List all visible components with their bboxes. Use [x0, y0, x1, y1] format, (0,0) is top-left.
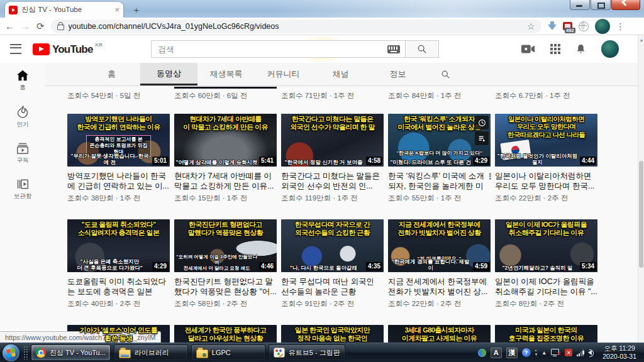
keyboard-icon[interactable] — [387, 45, 400, 53]
video-card[interactable]: 미국과 일본이 한국의 호구력을 집중조명한 이유 — [495, 325, 597, 343]
video-title[interactable]: 한국진단키트 형편없다고 말했다가 역풍맞은 현상황 "어... — [174, 277, 277, 297]
scrollbar-up-icon[interactable]: ▲ — [639, 38, 644, 42]
video-title[interactable]: 일본이나 이탈리아처럼하면 우리도 모두 망한다며 한국... — [495, 171, 597, 192]
video-card[interactable]: 기아가 '셀토스'이어 인도를 휩쓴 동생 — [67, 325, 170, 343]
video-thumbnail[interactable]: 한국진단키트 형편없다고 말했다가 역풍맞은 현상황 "오히려 어떻게 이걸 3… — [174, 219, 277, 272]
ime-options-icon[interactable]: ▪▾ — [535, 349, 538, 356]
youtube-logo[interactable]: YouTube KR — [33, 43, 103, 55]
minimize-button[interactable] — [570, 0, 590, 10]
volume-icon[interactable] — [588, 350, 592, 355]
video-card[interactable]: 일본 한국인 입국막았지만 정작 마음속 없는 한국인 — [281, 325, 384, 343]
video-title[interactable]: 지금 전세계에서 한국정부에 전화가 빗발치자 벌어진 상... — [388, 277, 491, 297]
search-box[interactable] — [151, 40, 405, 58]
add-to-queue-icon[interactable] — [475, 131, 489, 145]
video-thumbnail[interactable]: 일본이 이제 IOC가 올림픽을 취소해주길 기다리는 이유 "2년연기해달라고… — [495, 219, 597, 272]
download-icon[interactable] — [548, 25, 557, 30]
sidebar-item-library[interactable]: 보관함 — [0, 172, 45, 207]
notifications-bell-icon[interactable] — [575, 43, 586, 55]
taskbar-clock[interactable]: 오후 11:29 2020-03-31 — [599, 344, 640, 361]
video-title[interactable]: 도쿄올림픽 이미 취소되었다는 보도에 충격먹은 일본 — [67, 277, 170, 297]
video-card[interactable]: 3세대 G80출시되자마자 이게차팔고 사게되는 이유 — [388, 325, 491, 343]
tab-close-icon[interactable]: × — [114, 6, 119, 14]
video-menu-icon[interactable]: ⋮ — [486, 172, 494, 181]
create-video-icon[interactable] — [521, 44, 535, 54]
video-thumbnail[interactable]: 지금 전세계에서 한국정부에 전화가 빗발치자 벌어진 상황 "저 마크롱인데요… — [388, 219, 491, 272]
maximize-button[interactable] — [591, 0, 611, 10]
account-avatar[interactable] — [601, 40, 619, 58]
ime-hanja-icon[interactable]: 漢 — [506, 348, 518, 358]
forward-icon[interactable]: → — [21, 21, 30, 31]
reload-icon[interactable]: ⟳ — [36, 21, 45, 31]
extension-icon[interactable]: 492 — [563, 22, 572, 30]
taskbar-item-explorer[interactable]: 라이브러리 — [114, 344, 188, 361]
browser-tab[interactable]: 진심 TV - YouTube × — [5, 2, 123, 18]
channel-search-button[interactable] — [426, 63, 464, 85]
ime-latin-icon[interactable]: A — [491, 348, 502, 358]
video-card[interactable]: 지금 전세계에서 한국정부에 전화가 빗발치자 벌어진 상황 "저 마크롱인데요… — [388, 219, 491, 309]
sidebar-item-trending[interactable]: 인기 — [0, 99, 45, 136]
tab-about[interactable]: 정보 — [369, 63, 426, 85]
browser-profile-avatar[interactable] — [595, 19, 610, 34]
watch-later-icon[interactable] — [475, 116, 489, 129]
video-title[interactable]: 현대차가 7세대 아반떼를 이 막물고 쇼킹하게 만든 이유... — [174, 171, 277, 192]
video-card[interactable]: 일본이나 이탈리아처럼하면 우리도 모두 망한다며 한국따르겠다고 나선 나라들… — [495, 114, 597, 203]
sidebar-item-subscriptions[interactable]: 구독 — [0, 136, 45, 172]
start-button[interactable] — [3, 344, 19, 361]
back-icon[interactable]: ← — [5, 21, 14, 31]
language-globe-icon[interactable] — [478, 349, 486, 357]
video-card[interactable]: 현대차가 7세대 아반떼를 이 막물고 쇼킹하게 만든 이유 "어떻게 삼각떼를… — [174, 114, 277, 203]
tab-community[interactable]: 커뮤니티 — [255, 63, 312, 85]
tab-playlists[interactable]: 재생목록 — [197, 63, 255, 85]
new-tab-button[interactable]: + — [128, 3, 145, 16]
page-scrollbar[interactable]: ▲ — [638, 35, 644, 343]
video-thumbnail[interactable]: "도쿄 올림픽 취소되었다" 소식알려지자 충격먹은 일본 "사실을 은폐 축소… — [67, 219, 170, 272]
video-title[interactable]: 방역포기했던 나라들이 한국에 긴급히 연락하고 있는 이... — [67, 171, 170, 192]
network-status-icon[interactable]: ✕ — [551, 349, 560, 356]
tab-home[interactable]: 홈 — [83, 63, 140, 85]
sidebar-item-home[interactable]: 홈 — [0, 63, 45, 99]
address-bar[interactable]: youtube.com/channel/UCVsJ4ra_01ygNeLoGc9… — [51, 19, 541, 33]
video-card[interactable]: 한국간다고 미쳤다는 말들은 외국인 선수가 약올리며 한 말 "한국에서 정말… — [281, 114, 384, 203]
browser-menu-icon[interactable]: ⋮ — [616, 21, 625, 31]
video-thumbnail[interactable]: 3세대 G80출시되자마자 이게차팔고 사게되는 이유 — [388, 325, 491, 343]
search-button[interactable] — [405, 40, 439, 58]
tab-channels[interactable]: 채널 — [312, 63, 369, 85]
search-input[interactable] — [157, 44, 387, 55]
device-error-icon[interactable]: ✕ — [565, 349, 572, 356]
bookmark-star-icon[interactable]: ☆ — [527, 21, 535, 31]
tray-expand-icon[interactable]: ▲ — [541, 350, 547, 356]
video-thumbnail[interactable]: 한국 '워킹스루' 소개되자 미국에서 벌어진 놀라운 상황 "한국은 K팝보다… — [388, 114, 491, 167]
video-title[interactable]: 한국 '워킹스루' 미국에 소개되자, 한국인을 놀라게한 미국... — [388, 171, 491, 192]
taskbar-item-chrome[interactable]: 진심 TV - YouTu... — [31, 344, 111, 361]
globe-extension-icon[interactable] — [579, 21, 589, 31]
video-thumbnail[interactable]: 전세계가 한국만 풍부하다고 달라고 아우성치는 현상황 — [174, 325, 277, 343]
url-text[interactable]: youtube.com/channel/UCVsJ4ra_01ygNeLoGc9… — [69, 22, 523, 31]
video-card[interactable]: 전세계가 한국만 풍부하다고 달라고 아우성치는 현상황 — [174, 325, 277, 343]
video-card[interactable]: 일본이 이제 IOC가 올림픽을 취소해주길 기다리는 이유 "2년연기해달라고… — [495, 219, 597, 309]
video-card[interactable]: "도쿄 올림픽 취소되었다" 소식알려지자 충격먹은 일본 "사실을 은폐 축소… — [67, 219, 170, 309]
video-thumbnail[interactable]: 한국간다고 미쳤다는 말들은 외국인 선수가 약올리며 한 말 "한국에서 정말… — [281, 114, 384, 167]
video-thumbnail[interactable]: 한국무섭다며 자국으로 간 외국선수들의 쇼킹한 근황 "나, 다시 한국으로 … — [281, 219, 384, 272]
video-thumbnail[interactable]: 현대차가 7세대 아반떼를 이 막물고 쇼킹하게 만든 이유 "어떻게 삼각떼를… — [174, 114, 277, 167]
video-card[interactable]: 한국 '워킹스루' 소개되자 미국에서 벌어진 놀라운 상황 "한국은 K팝보다… — [388, 114, 491, 203]
video-title[interactable]: 일본이 이제 IOC가 올림픽을 취소해주길 기다리는 이유 "... — [495, 277, 597, 297]
taskbar-item-lgpc-folder[interactable]: LGPC — [191, 344, 265, 361]
video-card[interactable]: 한국진단키트 형편없다고 말했다가 역풍맞은 현상황 "오히려 어떻게 이걸 3… — [174, 219, 277, 309]
taskbar-item-paint[interactable]: 유트브5 - 그림판 — [269, 344, 345, 361]
tab-videos[interactable]: 동영상 — [140, 63, 197, 85]
video-thumbnail[interactable]: 일본이나 이탈리아처럼하면 우리도 모두 망한다며 한국따르겠다고 나선 나라들… — [495, 114, 597, 167]
close-button[interactable] — [611, 0, 640, 10]
ime-help-icon[interactable]: ? — [522, 348, 531, 357]
apps-grid-icon[interactable] — [550, 44, 560, 54]
video-title[interactable]: 한국간다고 미쳤다는 말들은 외국인 선수의 반전의 인... — [281, 171, 384, 192]
video-thumbnail[interactable]: 방역포기했던 나라들이 한국에 긴급히 연락하는 이유 충격적인 보고서를 본 … — [67, 114, 170, 167]
guide-menu-icon[interactable] — [10, 44, 21, 54]
video-thumbnail[interactable]: 일본 한국인 입국막았지만 정작 마음속 없는 한국인 — [281, 325, 384, 343]
video-card[interactable]: 한국무섭다며 자국으로 간 외국선수들의 쇼킹한 근황 "나, 다시 한국으로 … — [281, 219, 384, 309]
video-title[interactable]: 한국 무섭다며 떠난 외국인 선수들의 놀라운 근황 — [281, 277, 384, 297]
video-thumbnail[interactable]: 기아가 '셀토스'이어 인도를 휩쓴 동생 — [67, 325, 170, 343]
video-thumbnail[interactable]: 미국과 일본이 한국의 호구력을 집중조명한 이유 — [495, 325, 597, 343]
scrollbar-thumb[interactable] — [639, 161, 643, 268]
video-card[interactable]: 방역포기했던 나라들이 한국에 긴급히 연락하는 이유 충격적인 보고서를 본 … — [67, 114, 170, 203]
sidebar-item-label: 인기 — [17, 121, 29, 129]
